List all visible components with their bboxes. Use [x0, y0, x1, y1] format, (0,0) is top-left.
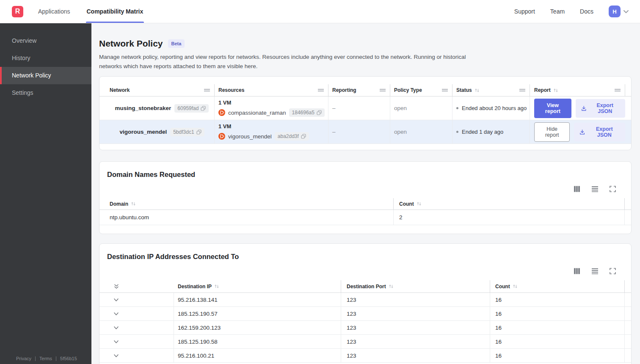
tab-compatibility-matrix[interactable]: Compatibility Matrix: [86, 0, 144, 23]
column-header-policy-type[interactable]: Policy Type: [390, 84, 452, 96]
destination-ip-card: Destination IP Addresses Connected To: [99, 243, 632, 364]
drag-handle-icon[interactable]: [380, 89, 386, 91]
reporting-value: –: [332, 129, 390, 135]
drag-handle-icon[interactable]: [442, 89, 448, 91]
row-density-icon[interactable]: [590, 185, 599, 193]
terms-link[interactable]: Terms: [39, 356, 52, 361]
sidebar: Overview History Network Policy Settings…: [0, 23, 91, 364]
domain-row[interactable]: ntp.ubuntu.com 2: [99, 210, 631, 225]
count-value: 16: [490, 349, 625, 362]
copy-icon[interactable]: [317, 110, 322, 115]
fullscreen-icon[interactable]: [609, 185, 617, 193]
sidebar-item-settings[interactable]: Settings: [0, 84, 91, 102]
download-icon: [579, 129, 585, 135]
app-logo[interactable]: R: [12, 6, 23, 17]
destination-row[interactable]: 95.216.138.141 123 16: [99, 293, 631, 307]
column-header-status[interactable]: Status: [452, 84, 530, 96]
top-navbar: R Applications Compatibility Matrix Supp…: [0, 0, 640, 23]
copy-icon[interactable]: [301, 134, 306, 139]
destination-port-value: 123: [341, 307, 490, 320]
sidebar-item-network-policy[interactable]: Network Policy: [0, 67, 91, 84]
sidebar-item-overview[interactable]: Overview: [0, 32, 91, 50]
status-text: Ended 1 day ago: [462, 129, 503, 135]
fullscreen-icon[interactable]: [609, 267, 617, 275]
chevron-down-icon: [113, 312, 119, 316]
copy-icon[interactable]: [201, 106, 206, 111]
drag-handle-icon[interactable]: [318, 89, 324, 91]
status-text: Ended about 20 hours ago: [462, 105, 527, 111]
table-toolbar: [99, 261, 631, 280]
column-header-count[interactable]: Count: [490, 280, 625, 292]
count-value: 16: [490, 307, 625, 320]
policy-type-value: open: [394, 129, 452, 135]
destination-row[interactable]: 185.125.190.57 123 16: [99, 307, 631, 321]
expand-row-button[interactable]: [113, 353, 120, 358]
view-report-button[interactable]: View report: [534, 99, 571, 118]
destination-ip-value: 185.125.190.58: [174, 335, 341, 348]
columns-icon[interactable]: [573, 185, 581, 193]
destination-ip-value: 162.159.200.123: [174, 321, 341, 334]
hide-report-button[interactable]: Hide report: [534, 122, 570, 142]
destination-port-value: 123: [341, 335, 490, 348]
network-table-card: Network Resources Reporting Policy Type …: [99, 76, 632, 150]
double-chevron-down-icon: [113, 284, 119, 290]
main-content: Network Policy Beta Manage network polic…: [91, 23, 640, 364]
column-header-report[interactable]: Report: [530, 84, 625, 96]
page-title: Network Policy: [99, 39, 163, 49]
expand-row-button[interactable]: [113, 297, 120, 303]
column-header-reporting[interactable]: Reporting: [328, 84, 390, 96]
expand-row-button[interactable]: [113, 339, 120, 345]
destination-card-title: Destination IP Addresses Connected To: [99, 253, 631, 261]
destination-row[interactable]: 162.159.200.123 123 16: [99, 321, 631, 335]
column-header-domain[interactable]: Domain: [99, 198, 394, 210]
column-header-count[interactable]: Count: [394, 198, 625, 210]
network-id-badge: 5bdf3dc1: [170, 128, 204, 136]
drag-handle-icon[interactable]: [519, 89, 525, 91]
column-header-resources[interactable]: Resources: [215, 84, 328, 96]
row-density-icon[interactable]: [590, 267, 599, 275]
avatar[interactable]: H: [609, 6, 621, 17]
network-row-musing-stonebraker[interactable]: musing_stonebraker 60959fad 1 VM: [99, 97, 631, 120]
reporting-value: –: [332, 105, 390, 111]
count-value: 16: [490, 293, 625, 306]
expand-row-button[interactable]: [113, 325, 120, 331]
sidebar-item-history[interactable]: History: [0, 50, 91, 67]
drag-handle-icon[interactable]: [615, 89, 621, 91]
destination-ip-value: 185.125.190.57: [174, 307, 341, 320]
destination-port-value: 123: [341, 293, 490, 306]
privacy-link[interactable]: Privacy: [16, 356, 31, 361]
team-link[interactable]: Team: [550, 8, 565, 15]
copy-icon[interactable]: [196, 130, 201, 135]
beta-badge: Beta: [168, 39, 185, 48]
resource-link[interactable]: vigorous_mendel: [228, 133, 272, 140]
sort-icon: [513, 284, 518, 289]
export-json-button[interactable]: Export JSON: [576, 99, 625, 118]
support-link[interactable]: Support: [514, 8, 535, 15]
chevron-down-icon: [113, 354, 119, 358]
policy-type-value: open: [394, 105, 452, 111]
footer-divider: [35, 356, 36, 361]
network-row-vigorous-mendel[interactable]: vigorous_mendel 5bdf3dc1 1 VM: [99, 120, 631, 144]
columns-icon[interactable]: [573, 267, 581, 275]
column-header-network[interactable]: Network: [99, 84, 215, 96]
resource-link[interactable]: compassionate_raman: [228, 110, 286, 116]
resource-id-badge: 184696a5: [289, 108, 325, 117]
tab-applications[interactable]: Applications: [37, 0, 71, 23]
export-json-button[interactable]: Export JSON: [574, 123, 625, 141]
docs-link[interactable]: Docs: [580, 8, 593, 15]
network-table-header: Network Resources Reporting Policy Type …: [99, 84, 631, 97]
destination-row[interactable]: 185.125.190.58 123 16: [99, 335, 631, 349]
column-header-destination-port[interactable]: Destination Port: [341, 280, 490, 292]
ubuntu-icon: [218, 133, 225, 140]
count-value: 2: [394, 210, 625, 225]
user-menu-button[interactable]: [623, 10, 629, 14]
sidebar-footer: Privacy Terms 5f56b15: [16, 356, 77, 361]
column-header-destination-ip[interactable]: Destination IP: [174, 280, 341, 292]
sort-icon: [131, 201, 136, 206]
destination-row[interactable]: 95.216.100.21 123 16: [99, 349, 631, 363]
expand-row-button[interactable]: [113, 311, 120, 317]
drag-handle-icon[interactable]: [204, 89, 210, 91]
sort-icon: [553, 88, 558, 93]
footer-divider: [56, 356, 56, 361]
expand-all-button[interactable]: [113, 283, 120, 290]
